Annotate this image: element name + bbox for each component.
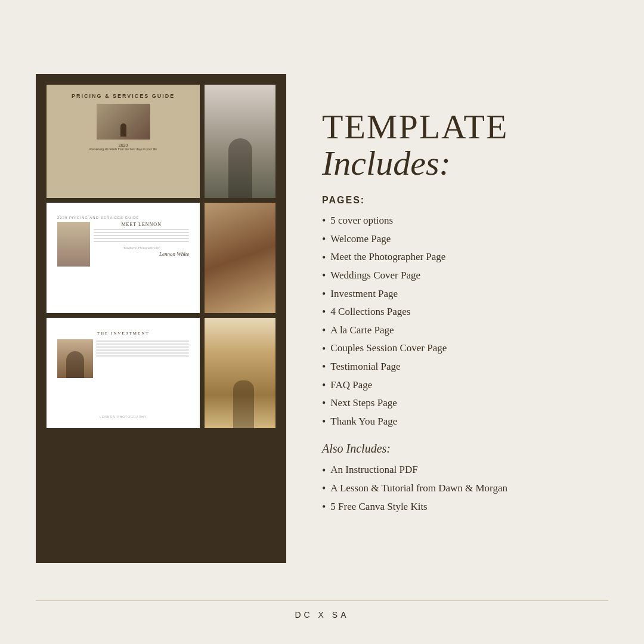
pricing-cover-card: PRICING & SERVICES GUIDE 2020 Preserving… xyxy=(47,85,200,198)
list-item: An Instructional PDF xyxy=(322,462,608,480)
investment-card: THE INVESTMENT xyxy=(47,318,200,428)
text-line-5 xyxy=(94,241,189,242)
inv-line-3 xyxy=(96,346,189,348)
text-panel: TEMPLATE Includes: PAGES: 5 cover option… xyxy=(310,110,608,527)
list-item: A la Carte Page xyxy=(322,321,608,340)
meet-signature: Lennon White xyxy=(94,251,189,257)
meet-text-area: MEET LENNON "Laughter is Photography Lif… xyxy=(94,222,189,304)
preview-row-bot: THE INVESTMENT xyxy=(47,318,275,428)
list-item: Thank You Page xyxy=(322,413,608,431)
footer-brand: DC X SA xyxy=(295,610,349,620)
wedding-figure xyxy=(228,138,252,198)
wedding-card-img xyxy=(205,85,275,198)
text-line-2 xyxy=(94,232,189,233)
main-content: PRICING & SERVICES GUIDE 2020 Preserving… xyxy=(36,36,608,600)
inv-title: THE INVESTMENT xyxy=(57,331,189,336)
text-line-1 xyxy=(94,229,189,230)
list-item: 5 Free Canva Style Kits xyxy=(322,498,608,516)
list-item: 4 Collections Pages xyxy=(322,303,608,321)
text-line-4 xyxy=(94,238,189,239)
meet-body: MEET LENNON "Laughter is Photography Lif… xyxy=(57,222,189,304)
inv-line-5 xyxy=(96,352,189,354)
list-item: 5 cover options xyxy=(322,212,608,230)
wedding-silhouette-card xyxy=(205,85,275,198)
pricing-tagline: Preserving all details from the best day… xyxy=(89,147,157,151)
outdoor-figure xyxy=(233,380,254,428)
also-list: An Instructional PDF A Lesson & Tutorial… xyxy=(322,462,608,516)
inv-line-2 xyxy=(96,343,189,345)
preview-panel: PRICING & SERVICES GUIDE 2020 Preserving… xyxy=(36,74,286,563)
inv-line-1 xyxy=(96,340,189,342)
meet-quote: "Laughter is Photography Life" xyxy=(94,246,189,249)
meet-photo-box xyxy=(57,222,90,267)
template-heading: TEMPLATE xyxy=(322,110,608,144)
list-item: Couples Session Cover Page xyxy=(322,340,608,358)
meet-card-inner: 2020 PRICING AND SERVICES GUIDE MEET LEN… xyxy=(52,211,194,308)
preview-row-mid: 2020 PRICING AND SERVICES GUIDE MEET LEN… xyxy=(47,203,275,313)
list-item: Meet the Photographer Page xyxy=(322,249,608,267)
outdoor-wedding-card xyxy=(205,318,275,428)
list-item: Investment Page xyxy=(322,285,608,304)
meet-photographer-card: 2020 PRICING AND SERVICES GUIDE MEET LEN… xyxy=(47,203,200,313)
inv-footer: LENNON PHOTOGRAPHY xyxy=(57,415,189,419)
pages-section-label: PAGES: xyxy=(322,195,608,206)
list-item: FAQ Page xyxy=(322,376,608,395)
list-item: Welcome Page xyxy=(322,230,608,249)
page-wrapper: PRICING & SERVICES GUIDE 2020 Preserving… xyxy=(0,0,644,644)
text-line-3 xyxy=(94,235,189,236)
pricing-photo-box xyxy=(97,104,150,140)
footer: DC X SA xyxy=(36,600,608,620)
figure-silhouette xyxy=(120,123,126,137)
inv-card-inner: THE INVESTMENT xyxy=(52,326,194,423)
inv-photo-box xyxy=(57,339,93,378)
outdoor-wedding-img xyxy=(205,318,275,428)
also-includes-label: Also Includes: xyxy=(322,442,608,456)
includes-heading: Includes: xyxy=(322,144,608,182)
meet-header: 2020 PRICING AND SERVICES GUIDE xyxy=(57,216,189,219)
inv-line-4 xyxy=(96,349,189,351)
list-item: Next Steps Page xyxy=(322,394,608,413)
list-item: Testimonial Page xyxy=(322,358,608,376)
couple-embrace-card xyxy=(205,203,275,313)
couple-embrace-img xyxy=(205,203,275,313)
list-item: A Lesson & Tutorial from Dawn & Morgan xyxy=(322,479,608,498)
inv-text-area xyxy=(96,340,189,415)
meet-name: MEET LENNON xyxy=(94,222,189,227)
inv-figures xyxy=(66,351,84,378)
pricing-year: 2020 xyxy=(119,143,128,147)
inv-line-6 xyxy=(96,355,189,357)
pricing-title: PRICING & SERVICES GUIDE xyxy=(72,93,175,99)
pages-list: 5 cover options Welcome Page Meet the Ph… xyxy=(322,212,608,431)
preview-row-top: PRICING & SERVICES GUIDE 2020 Preserving… xyxy=(47,85,275,198)
inv-body xyxy=(57,339,189,415)
list-item: Weddings Cover Page xyxy=(322,267,608,285)
